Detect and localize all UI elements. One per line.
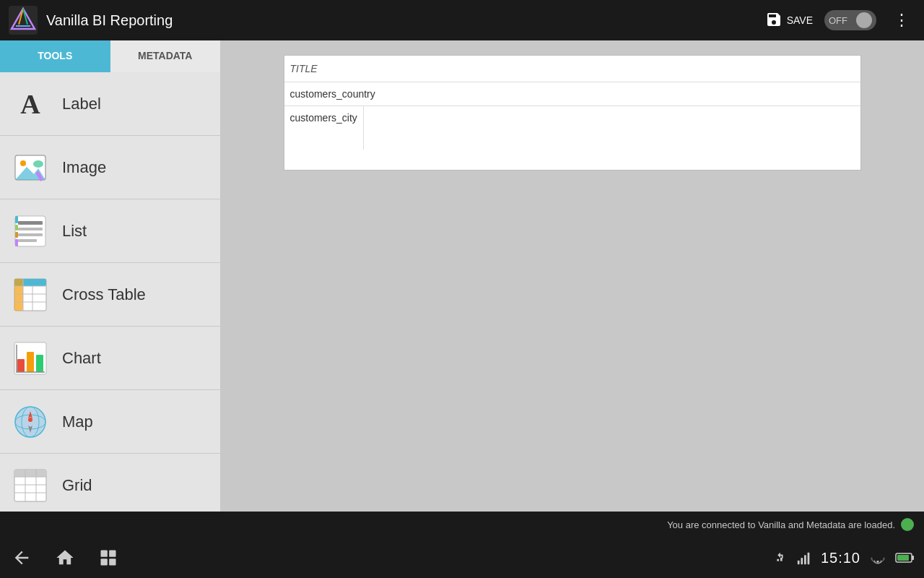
svg-point-38 bbox=[28, 418, 32, 422]
svg-rect-13 bbox=[18, 233, 43, 236]
svg-rect-52 bbox=[798, 561, 800, 565]
canvas-country-text: customers_country bbox=[290, 88, 375, 100]
sidebar-item-list[interactable]: List bbox=[0, 199, 220, 263]
svg-rect-51 bbox=[780, 558, 783, 561]
wifi-icon bbox=[869, 550, 886, 566]
sidebar-items: A Label Image bbox=[0, 72, 220, 538]
sidebar-item-map[interactable]: Map bbox=[0, 390, 220, 454]
svg-rect-46 bbox=[101, 551, 108, 557]
svg-rect-16 bbox=[15, 225, 18, 230]
image-icon bbox=[12, 149, 49, 186]
bottom-nav: 15:10 bbox=[0, 538, 924, 578]
svg-rect-54 bbox=[804, 555, 806, 564]
svg-rect-55 bbox=[808, 553, 810, 565]
svg-rect-18 bbox=[15, 239, 18, 246]
app-logo bbox=[9, 6, 38, 35]
report-canvas: TITLE customers_country customers_city bbox=[284, 55, 861, 171]
label-icon: A bbox=[12, 85, 49, 123]
svg-rect-50 bbox=[777, 559, 779, 561]
canvas-title-text: TITLE bbox=[290, 63, 318, 74]
svg-rect-15 bbox=[15, 216, 18, 223]
canvas-city-row: customers_city bbox=[284, 106, 860, 150]
svg-rect-30 bbox=[36, 355, 43, 372]
sidebar-item-grid[interactable]: Grid bbox=[0, 454, 220, 517]
svg-rect-29 bbox=[27, 352, 34, 372]
canvas-area: TITLE customers_country customers_city bbox=[220, 40, 924, 538]
svg-rect-17 bbox=[15, 232, 18, 238]
app-title: Vanilla BI Reporting bbox=[46, 12, 765, 29]
toggle-label: OFF bbox=[829, 15, 847, 26]
sidebar: TOOLS METADATA A Label bbox=[0, 40, 220, 538]
svg-rect-21 bbox=[14, 279, 23, 311]
svg-rect-47 bbox=[109, 551, 116, 557]
svg-point-8 bbox=[33, 160, 43, 168]
svg-rect-48 bbox=[101, 558, 108, 565]
save-button[interactable]: SAVE bbox=[765, 11, 813, 30]
svg-rect-40 bbox=[14, 470, 46, 477]
svg-rect-57 bbox=[912, 556, 914, 560]
save-icon bbox=[765, 11, 783, 30]
tab-metadata[interactable]: METADATA bbox=[110, 40, 221, 72]
bottom-right-info: 15:10 bbox=[772, 550, 924, 566]
sidebar-item-image[interactable]: Image bbox=[0, 136, 220, 199]
svg-point-6 bbox=[20, 160, 26, 166]
svg-rect-11 bbox=[18, 221, 43, 225]
tab-tools[interactable]: TOOLS bbox=[0, 40, 110, 72]
nav-home-button[interactable] bbox=[43, 542, 87, 574]
map-icon bbox=[12, 403, 49, 441]
list-icon bbox=[12, 212, 49, 250]
canvas-title-field[interactable]: TITLE bbox=[284, 56, 860, 82]
grid-icon bbox=[12, 467, 49, 504]
status-bar: You are connected to Vanilla and Metadat… bbox=[0, 512, 924, 538]
svg-rect-28 bbox=[17, 359, 25, 372]
save-label: SAVE bbox=[787, 14, 813, 26]
main-container: TOOLS METADATA A Label bbox=[0, 40, 924, 538]
sidebar-item-label[interactable]: A Label bbox=[0, 72, 220, 136]
sidebar-item-chart[interactable]: Chart bbox=[0, 327, 220, 390]
status-text: You are connected to Vanilla and Metadat… bbox=[667, 519, 895, 530]
canvas-city-field[interactable]: customers_city bbox=[284, 106, 364, 150]
clock: 15:10 bbox=[821, 550, 860, 566]
cross-table-icon bbox=[12, 276, 49, 314]
svg-rect-14 bbox=[18, 239, 37, 242]
svg-rect-58 bbox=[897, 555, 909, 561]
more-menu-icon: ⋮ bbox=[894, 11, 910, 29]
more-menu-button[interactable]: ⋮ bbox=[888, 8, 915, 33]
status-dot bbox=[901, 518, 914, 531]
svg-rect-49 bbox=[109, 558, 116, 565]
nav-recents-button[interactable] bbox=[87, 542, 130, 574]
signal-icon bbox=[796, 550, 812, 566]
sidebar-tabs: TOOLS METADATA bbox=[0, 40, 220, 72]
nav-back-button[interactable] bbox=[0, 542, 43, 574]
canvas-data-cell[interactable] bbox=[364, 106, 860, 150]
toggle-switch[interactable]: OFF bbox=[824, 10, 876, 30]
svg-rect-12 bbox=[18, 228, 43, 230]
usb-icon bbox=[772, 550, 788, 566]
canvas-city-text: customers_city bbox=[290, 112, 357, 124]
toggle-knob bbox=[856, 12, 872, 28]
canvas-country-field[interactable]: customers_country bbox=[284, 82, 860, 106]
sidebar-item-cross-table[interactable]: Cross Table bbox=[0, 263, 220, 327]
app-bar: Vanilla BI Reporting SAVE OFF ⋮ bbox=[0, 0, 924, 40]
battery-icon bbox=[895, 550, 915, 566]
chart-icon bbox=[12, 340, 49, 377]
svg-rect-53 bbox=[801, 558, 803, 564]
